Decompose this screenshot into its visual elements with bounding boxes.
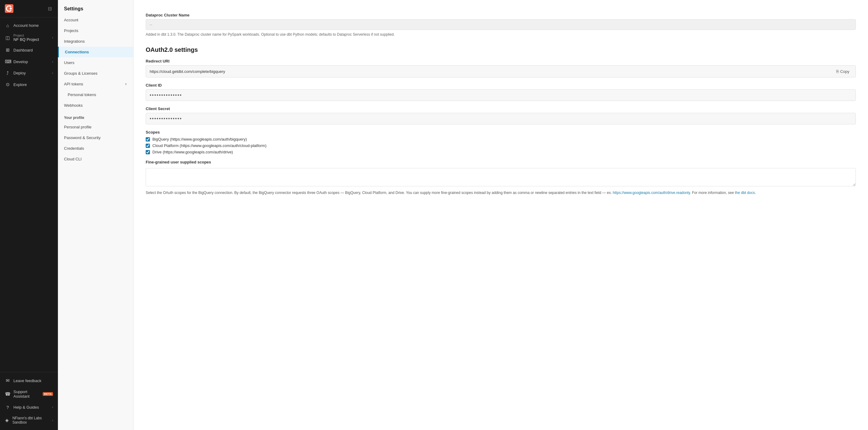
sidebar-item-project-group: ◫ Project NF BQ Project › <box>0 31 58 44</box>
settings-nav-cloud-cli[interactable]: Cloud CLI <box>58 154 133 164</box>
fine-grained-hint-before: Select the OAuth scopes for the BigQuery… <box>146 191 613 195</box>
sidebar-bottom: ✉ Leave feedback ☎ Support Assistant BET… <box>0 372 58 430</box>
settings-nav-connections[interactable]: Connections <box>58 47 133 57</box>
copy-icon: ⎘ <box>836 69 839 74</box>
sidebar-item-deploy[interactable]: ⤴ Deploy › <box>0 67 58 79</box>
client-secret-input[interactable] <box>146 113 856 124</box>
settings-nav-account[interactable]: Account <box>58 15 133 25</box>
scope-drive-label: Drive (https://www.googleapis.com/auth/d… <box>152 150 233 154</box>
sidebar-project-label: Project <box>13 33 39 37</box>
dashboard-icon: ⊞ <box>5 47 10 53</box>
help-icon: ? <box>5 405 10 410</box>
settings-nav-integrations[interactable]: Integrations <box>58 36 133 47</box>
sidebar-project-sublabel: NF BQ Project <box>13 37 39 42</box>
deploy-icon: ⤴ <box>5 70 10 76</box>
dataproc-cluster-name-input[interactable] <box>146 19 856 30</box>
fine-grained-link[interactable]: https://www.googleapis.com/auth/drive.re… <box>613 191 690 195</box>
sidebar-collapse-button[interactable]: ⊟ <box>46 5 53 12</box>
settings-nav-credentials[interactable]: Credentials <box>58 143 133 154</box>
chevron-right-icon: › <box>52 71 53 75</box>
sidebar-item-support-assistant[interactable]: ☎ Support Assistant BETA <box>0 386 58 402</box>
scope-bigquery: BigQuery (https://www.googleapis.com/aut… <box>146 137 856 142</box>
beta-badge: BETA <box>43 392 53 396</box>
settings-nav-users[interactable]: Users <box>58 57 133 68</box>
fine-grained-hint-middle: . For more information, see <box>690 191 735 195</box>
oauth-section-title: OAuth2.0 settings <box>146 46 856 53</box>
api-tokens-label: API tokens <box>64 82 83 86</box>
sidebar-item-label: Support Assistant <box>13 390 38 399</box>
sidebar-item-leave-feedback[interactable]: ✉ Leave feedback <box>0 375 58 386</box>
dataproc-cluster-name-label: Dataproc Cluster Name <box>146 13 856 18</box>
support-icon: ☎ <box>5 391 10 397</box>
sidebar-item-account-home[interactable]: ⌂ Account home <box>0 20 58 31</box>
settings-nav-groups-licenses[interactable]: Groups & Licenses <box>58 68 133 79</box>
scope-bigquery-checkbox[interactable] <box>146 137 150 142</box>
fine-grained-hint: Select the OAuth scopes for the BigQuery… <box>146 190 856 196</box>
your-profile-label: Your profile <box>58 111 133 122</box>
settings-nav-projects[interactable]: Projects <box>58 25 133 36</box>
svg-point-1 <box>10 8 12 10</box>
dbt-logo-icon <box>5 4 13 13</box>
client-secret-label: Client Secret <box>146 107 856 111</box>
sidebar-item-label: NFiann's dbt Labs Sandbox <box>12 416 49 425</box>
scope-cloud-platform-label: Cloud Platform (https://www.googleapis.c… <box>152 143 267 148</box>
copy-button-label: Copy <box>840 69 849 74</box>
scope-cloud-platform-checkbox[interactable] <box>146 144 150 148</box>
home-icon: ⌂ <box>5 23 10 28</box>
fine-grained-textarea[interactable] <box>146 168 856 186</box>
sidebar-item-label: Help & Guides <box>13 405 39 409</box>
project-icon: ◫ <box>5 35 10 40</box>
sandbox-icon: ◈ <box>5 418 9 423</box>
client-id-label: Client ID <box>146 83 856 88</box>
chevron-right-icon: › <box>52 36 53 39</box>
settings-nav-personal-tokens[interactable]: Personal tokens <box>58 89 133 100</box>
redirect-uri-value: https://cloud.getdbt.com/complete/bigque… <box>150 69 834 74</box>
fine-grained-hint-end: . <box>755 191 756 195</box>
sidebar-item-nfiann-sandbox[interactable]: ◈ NFiann's dbt Labs Sandbox › <box>0 413 58 428</box>
sidebar-item-explore[interactable]: ⊙ Explore <box>0 79 58 90</box>
sidebar-item-label: Dashboard <box>13 48 33 53</box>
redirect-uri-box: https://cloud.getdbt.com/complete/bigque… <box>146 65 856 78</box>
feedback-icon: ✉ <box>5 378 10 383</box>
develop-icon: ⌨ <box>5 59 10 64</box>
sidebar-item-label: Account home <box>13 23 39 28</box>
settings-nav-webhooks[interactable]: Webhooks <box>58 100 133 111</box>
dataproc-cluster-name-hint: Added in dbt 1.3.0. The Dataproc cluster… <box>146 32 856 37</box>
sidebar-item-develop[interactable]: ⌨ Develop › <box>0 56 58 67</box>
sidebar-item-label: Leave feedback <box>13 378 41 383</box>
sidebar-header: ⊟ <box>0 0 58 18</box>
main-content: Dataproc Cluster Name Added in dbt 1.3.0… <box>133 0 868 430</box>
sidebar-item-label: Deploy <box>13 71 26 75</box>
fine-grained-label: Fine-grained user supplied scopes <box>146 160 856 164</box>
settings-nav-api-tokens[interactable]: API tokens ∨ <box>58 79 133 89</box>
settings-panel: Settings Account Projects Integrations C… <box>58 0 133 430</box>
sidebar-item-label: Explore <box>13 82 27 87</box>
explore-icon: ⊙ <box>5 82 10 87</box>
copy-button[interactable]: ⎘ Copy <box>834 68 852 75</box>
sidebar-item-label: Develop <box>13 59 28 64</box>
settings-nav-personal-profile[interactable]: Personal profile <box>58 122 133 132</box>
chevron-down-icon: ∨ <box>125 82 127 86</box>
sidebar-item-dashboard[interactable]: ⊞ Dashboard <box>0 44 58 56</box>
client-id-input[interactable] <box>146 89 856 101</box>
chevron-right-icon: › <box>52 419 53 422</box>
scope-bigquery-label: BigQuery (https://www.googleapis.com/aut… <box>152 137 247 142</box>
sidebar-item-project[interactable]: ◫ Project NF BQ Project › <box>0 31 58 44</box>
sidebar: ⊟ ⌂ Account home ◫ Project NF BQ Project… <box>0 0 58 430</box>
dbt-docs-link[interactable]: the dbt docs <box>735 191 755 195</box>
redirect-uri-label: Redirect URI <box>146 59 856 63</box>
settings-nav-password-security[interactable]: Password & Security <box>58 132 133 143</box>
dbt-logo <box>5 4 13 13</box>
chevron-right-icon: › <box>52 60 53 63</box>
sidebar-navigation: ⌂ Account home ◫ Project NF BQ Project ›… <box>0 18 58 372</box>
chevron-right-icon: › <box>52 406 53 409</box>
scope-drive-checkbox[interactable] <box>146 150 150 154</box>
scope-cloud-platform: Cloud Platform (https://www.googleapis.c… <box>146 143 856 148</box>
scopes-label: Scopes <box>146 130 856 135</box>
sidebar-item-help-guides[interactable]: ? Help & Guides › <box>0 402 58 413</box>
scope-drive: Drive (https://www.googleapis.com/auth/d… <box>146 150 856 154</box>
settings-title: Settings <box>58 0 133 15</box>
